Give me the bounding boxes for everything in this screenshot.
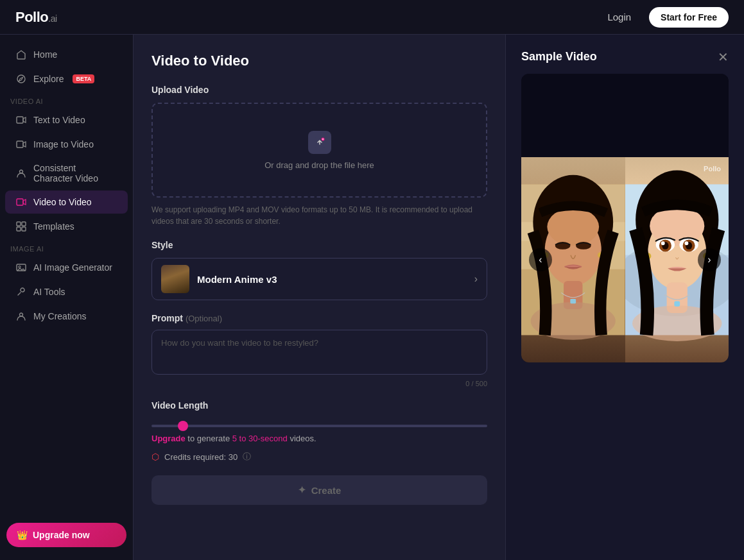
creations-icon: [15, 310, 27, 322]
crown-icon: 👑: [17, 530, 28, 540]
image-ai-section-label: Image AI: [0, 239, 133, 255]
sample-panel: Sample Video ✕: [506, 35, 744, 560]
style-section-label: Style: [151, 240, 487, 250]
credits-icon: ⬡: [151, 452, 159, 462]
prompt-section: Prompt (Optional) 0 / 500: [151, 313, 487, 387]
sidebar: Home Explore BETA Video AI Text to Video…: [0, 35, 134, 560]
style-name: Modern Anime v3: [197, 274, 277, 285]
image-gen-icon: [15, 262, 27, 273]
home-icon: [15, 49, 27, 60]
video-length-label: Video Length: [151, 400, 487, 411]
svg-point-19: [547, 208, 599, 246]
start-free-button[interactable]: Start for Free: [649, 7, 729, 28]
upload-section-label: Upload Video: [151, 85, 487, 95]
close-button[interactable]: ✕: [718, 51, 729, 64]
page-title: Video to Video: [151, 53, 487, 69]
sidebar-item-home-label: Home: [33, 49, 57, 60]
char-count: 0 / 500: [151, 380, 487, 387]
pollo-watermark: Pollo: [704, 165, 721, 173]
sidebar-item-home[interactable]: Home: [5, 43, 128, 66]
sidebar-item-image-video-label: Image to Video: [33, 139, 94, 149]
login-button[interactable]: Login: [600, 8, 639, 26]
svg-point-40: [684, 241, 688, 245]
svg-rect-5: [17, 222, 21, 226]
video-length-slider[interactable]: [151, 425, 487, 427]
svg-rect-45: [674, 301, 680, 307]
video-comparison: Pollo ‹ ›: [521, 157, 729, 362]
sample-video-title: Sample Video: [521, 50, 597, 64]
sidebar-item-video-to-video[interactable]: Video to Video: [5, 191, 128, 214]
sidebar-item-ai-image-generator[interactable]: AI Image Generator: [5, 256, 128, 279]
credits-label: Credits required: 30: [164, 452, 238, 462]
explore-icon: [15, 73, 27, 85]
video-top-area: [521, 74, 729, 157]
sidebar-item-ai-tools[interactable]: AI Tools: [5, 280, 128, 303]
svg-rect-26: [570, 299, 576, 303]
video-length-section: Video Length Upgrade to generate 5 to 30…: [151, 400, 487, 462]
svg-rect-8: [22, 227, 26, 231]
svg-rect-4: [17, 199, 23, 205]
upgrade-button-label: Upgrade now: [33, 530, 90, 540]
sidebar-item-video-video-label: Video to Video: [33, 197, 92, 207]
style-thumbnail: [161, 265, 189, 293]
sparkle-icon: ✦: [298, 484, 306, 496]
upgrade-suffix: videos.: [290, 434, 316, 443]
beta-badge: BETA: [73, 74, 94, 83]
sidebar-item-consistent-character[interactable]: Consistent Character Video: [5, 157, 128, 189]
image-video-icon: [15, 139, 27, 150]
create-button[interactable]: ✦ Create: [151, 475, 487, 505]
svg-point-11: [20, 313, 23, 316]
sidebar-item-templates[interactable]: Templates: [5, 215, 128, 238]
upgrade-hint: Upgrade to generate 5 to 30-second video…: [151, 434, 487, 443]
svg-point-3: [20, 170, 23, 173]
sidebar-item-templates-label: Templates: [33, 221, 74, 232]
character-icon: [15, 167, 27, 179]
sidebar-item-explore-label: Explore: [33, 74, 64, 84]
next-arrow-button[interactable]: ›: [698, 248, 721, 271]
prompt-label: Prompt (Optional): [151, 313, 487, 323]
upload-hint-text: Or drag and drop the file here: [264, 160, 374, 170]
sample-video-container: Pollo ‹ ›: [521, 74, 729, 362]
logo-suffix: .ai: [48, 13, 56, 24]
create-button-label: Create: [311, 485, 342, 496]
style-left: Modern Anime v3: [161, 265, 277, 293]
sidebar-item-my-creations[interactable]: My Creations: [5, 305, 128, 328]
chevron-right-icon: ›: [474, 273, 478, 285]
sidebar-item-explore[interactable]: Explore BETA: [5, 67, 128, 90]
tools-icon: [15, 286, 27, 298]
content-area: Video to Video Upload Video Or drag and …: [134, 35, 744, 560]
style-selector[interactable]: Modern Anime v3 ›: [151, 258, 487, 300]
upload-icon: [308, 131, 331, 154]
video-ai-section-label: Video AI: [0, 91, 133, 108]
video-video-icon: [15, 196, 27, 208]
prev-arrow-button[interactable]: ‹: [529, 248, 552, 271]
svg-point-39: [661, 241, 664, 245]
sidebar-item-tools-label: AI Tools: [33, 287, 65, 297]
svg-rect-2: [17, 141, 23, 148]
upgrade-range-text: 5 to 30-second: [232, 434, 288, 443]
upgrade-link[interactable]: Upgrade: [151, 434, 186, 443]
info-icon[interactable]: ⓘ: [243, 451, 251, 462]
prompt-textarea[interactable]: [151, 330, 487, 375]
text-video-icon: [15, 114, 27, 126]
upgrade-button[interactable]: 👑 Upgrade now: [6, 523, 126, 547]
credits-info: ⬡ Credits required: 30 ⓘ: [151, 451, 487, 462]
upload-note: We support uploading MP4 and MOV video f…: [151, 204, 487, 227]
svg-point-10: [19, 266, 21, 268]
sidebar-item-text-to-video[interactable]: Text to Video: [5, 108, 128, 132]
svg-rect-1: [17, 117, 23, 123]
sidebar-item-creations-label: My Creations: [33, 311, 86, 321]
sidebar-item-text-video-label: Text to Video: [33, 115, 85, 125]
logo: Pollo.ai: [15, 9, 57, 26]
sample-header: Sample Video ✕: [521, 50, 729, 64]
upload-area[interactable]: Or drag and drop the file here: [151, 103, 487, 198]
sidebar-item-image-gen-label: AI Image Generator: [33, 262, 112, 273]
svg-rect-7: [17, 227, 21, 231]
sidebar-item-image-to-video[interactable]: Image to Video: [5, 133, 128, 156]
form-panel: Video to Video Upload Video Or drag and …: [134, 35, 506, 560]
header-actions: Login Start for Free: [600, 7, 729, 28]
logo-text: Pollo: [15, 9, 48, 25]
sidebar-item-character-label: Consistent Character Video: [33, 163, 117, 183]
header: Pollo.ai Login Start for Free: [0, 0, 744, 35]
svg-rect-6: [22, 222, 26, 226]
